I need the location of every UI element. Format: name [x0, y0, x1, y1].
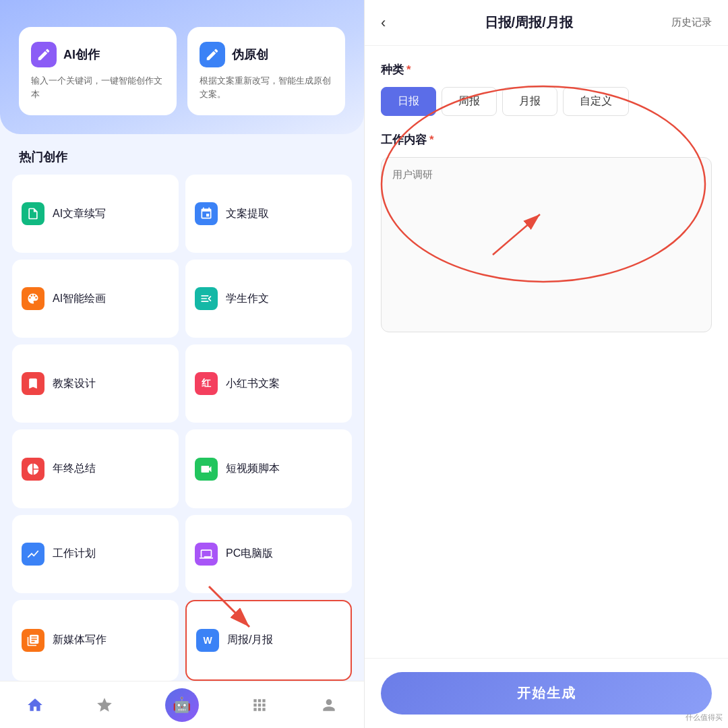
xiaohongshu-icon: 红 [195, 372, 218, 395]
content-field-label: 工作内容* [381, 132, 712, 148]
grid-item-work-plan[interactable]: 工作计划 [12, 515, 179, 593]
nav-grid[interactable] [251, 696, 268, 714]
pc-version-label: PC电脑版 [226, 547, 273, 561]
weekly-report-label: 周报/月报 [227, 633, 273, 647]
grid-item-short-video[interactable]: 短视频脚本 [185, 429, 352, 508]
grid-item-weekly-report[interactable]: W 周报/月报 [185, 600, 352, 681]
right-title: 日报/周报/月报 [485, 13, 573, 32]
short-video-label: 短视频脚本 [226, 462, 280, 476]
left-panel: AI创作 输入一个关键词，一键智能创作文本 伪原创 根据文案重新改写， [0, 0, 364, 728]
grid-list: AI文章续写 文案提取 AI智能绘画 学生作文 [0, 175, 364, 681]
grid-item-pc-version[interactable]: PC电脑版 [185, 515, 352, 593]
tab-weekly[interactable]: 周报 [442, 87, 497, 116]
right-panel: ‹ 日报/周报/月报 历史记录 种类* 日报 周报 月报 自定义 工作内容* [364, 0, 728, 728]
ai-create-desc: 输入一个关键词，一键智能创作文本 [31, 74, 164, 100]
pseudo-original-icon [200, 42, 225, 67]
nav-home[interactable] [26, 696, 44, 714]
right-footer: 开始生成 [365, 658, 728, 728]
top-cards-row: AI创作 输入一个关键词，一键智能创作文本 伪原创 根据文案重新改写， [19, 27, 345, 115]
tab-daily[interactable]: 日报 [381, 87, 436, 116]
nav-user[interactable] [320, 696, 338, 714]
right-header: ‹ 日报/周报/月报 历史记录 [365, 0, 728, 46]
watermark: 什么值得买 [686, 712, 723, 723]
grid-item-new-media[interactable]: 新媒体写作 [12, 600, 179, 681]
year-summary-icon [22, 458, 44, 481]
back-button[interactable]: ‹ [381, 14, 386, 32]
type-tabs-row: 日报 周报 月报 自定义 [381, 87, 712, 116]
top-gradient-area: AI创作 输入一个关键词，一键智能创作文本 伪原创 根据文案重新改写， [0, 0, 364, 134]
ai-create-card[interactable]: AI创作 输入一个关键词，一键智能创作文本 [19, 27, 177, 115]
student-essay-label: 学生作文 [226, 292, 269, 306]
pseudo-original-title: 伪原创 [232, 47, 268, 63]
grid-item-ai-draw[interactable]: AI智能绘画 [12, 260, 179, 338]
grid-item-xiaohongshu[interactable]: 红 小红书文案 [185, 344, 352, 423]
work-plan-icon [22, 543, 44, 566]
ai-draw-label: AI智能绘画 [53, 292, 106, 306]
left-content: AI创作 输入一个关键词，一键智能创作文本 伪原创 根据文案重新改写， [0, 0, 364, 728]
lesson-plan-label: 教案设计 [53, 377, 96, 391]
pc-version-icon [195, 543, 218, 566]
pseudo-original-card[interactable]: 伪原创 根据文案重新改写，智能生成原创文案。 [187, 27, 345, 115]
nav-star[interactable] [96, 696, 113, 714]
content-field: 工作内容* [381, 132, 712, 335]
student-essay-icon [195, 287, 218, 310]
year-summary-label: 年终总结 [53, 462, 96, 476]
grid-item-copywriting[interactable]: 文案提取 [185, 175, 352, 253]
generate-button[interactable]: 开始生成 [381, 672, 712, 715]
xiaohongshu-label: 小红书文案 [226, 377, 280, 391]
copywriting-label: 文案提取 [226, 207, 269, 221]
tab-monthly[interactable]: 月报 [502, 87, 557, 116]
ai-article-icon [22, 202, 44, 225]
copywriting-icon [195, 202, 218, 225]
ai-article-label: AI文章续写 [53, 207, 106, 221]
lesson-plan-icon [22, 372, 44, 395]
right-content: 种类* 日报 周报 月报 自定义 工作内容* [365, 46, 728, 658]
pseudo-original-header: 伪原创 [200, 42, 333, 67]
grid-item-ai-article[interactable]: AI文章续写 [12, 175, 179, 253]
ai-draw-icon [22, 287, 44, 310]
short-video-icon [195, 458, 218, 481]
tab-custom[interactable]: 自定义 [563, 87, 629, 116]
grid-item-year-summary[interactable]: 年终总结 [12, 429, 179, 508]
ai-create-title: AI创作 [63, 47, 100, 63]
grid-item-student-essay[interactable]: 学生作文 [185, 260, 352, 338]
type-field: 种类* 日报 周报 月报 自定义 [381, 62, 712, 116]
bottom-nav: 🤖 [0, 681, 364, 728]
type-field-label: 种类* [381, 62, 712, 78]
section-title: 热门创作 [0, 134, 364, 175]
ai-create-header: AI创作 [31, 42, 164, 67]
grid-item-lesson-plan[interactable]: 教案设计 [12, 344, 179, 423]
content-textarea[interactable] [381, 157, 712, 332]
history-button[interactable]: 历史记录 [671, 16, 712, 29]
pseudo-original-desc: 根据文案重新改写，智能生成原创文案。 [200, 74, 333, 100]
new-media-icon [22, 629, 44, 652]
ai-create-icon [31, 42, 57, 67]
nav-robot[interactable]: 🤖 [165, 688, 199, 722]
work-plan-label: 工作计划 [53, 547, 96, 561]
new-media-label: 新媒体写作 [53, 633, 107, 647]
weekly-report-icon: W [196, 629, 219, 652]
robot-center-icon[interactable]: 🤖 [165, 688, 199, 722]
